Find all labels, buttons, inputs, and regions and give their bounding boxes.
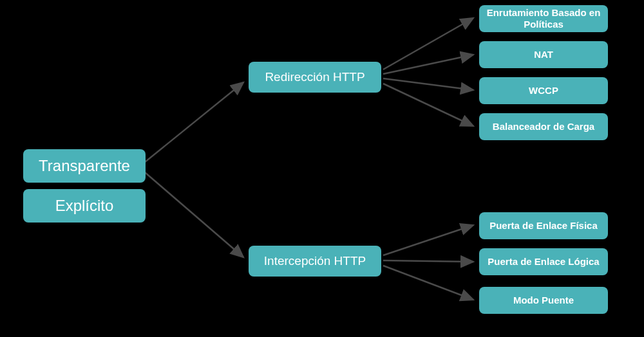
node-intercepcion-http: Intercepción HTTP — [249, 246, 381, 277]
node-wccp: WCCP — [479, 77, 608, 104]
label-modo-puente: Modo Puente — [513, 295, 574, 306]
node-transparente: Transparente — [23, 149, 146, 183]
label-redireccion: Redirección HTTP — [265, 70, 365, 85]
label-puerta-logica: Puerta de Enlace Lógica — [488, 256, 599, 268]
label-puerta-fisica: Puerta de Enlace Física — [489, 220, 598, 232]
label-explicito: Explícito — [55, 197, 114, 215]
svg-line-2 — [145, 172, 243, 257]
node-puerta-enlace-fisica: Puerta de Enlace Física — [479, 212, 608, 239]
svg-line-9 — [383, 266, 473, 300]
node-balanceador-carga: Balanceador de Carga — [479, 113, 608, 140]
label-transparente: Transparente — [39, 157, 130, 176]
svg-line-8 — [383, 260, 473, 262]
label-wccp: WCCP — [529, 85, 558, 96]
label-intercepcion: Intercepción HTTP — [264, 254, 366, 269]
label-balanceador: Balanceador de Carga — [493, 121, 594, 132]
svg-line-7 — [383, 225, 473, 255]
svg-line-6 — [383, 84, 473, 126]
node-modo-puente: Modo Puente — [479, 287, 608, 314]
node-enrutamiento-politicas: Enrutamiento Basado en Políticas — [479, 5, 608, 32]
svg-line-3 — [383, 18, 473, 69]
node-nat: NAT — [479, 41, 608, 68]
node-puerta-enlace-logica: Puerta de Enlace Lógica — [479, 248, 608, 275]
label-nat: NAT — [534, 49, 553, 60]
label-enrutamiento: Enrutamiento Basado en Políticas — [484, 7, 603, 30]
node-redireccion-http: Redirección HTTP — [249, 62, 381, 93]
svg-line-1 — [145, 82, 243, 162]
node-explicito: Explícito — [23, 189, 146, 223]
svg-line-4 — [383, 55, 473, 74]
svg-line-5 — [383, 78, 473, 90]
